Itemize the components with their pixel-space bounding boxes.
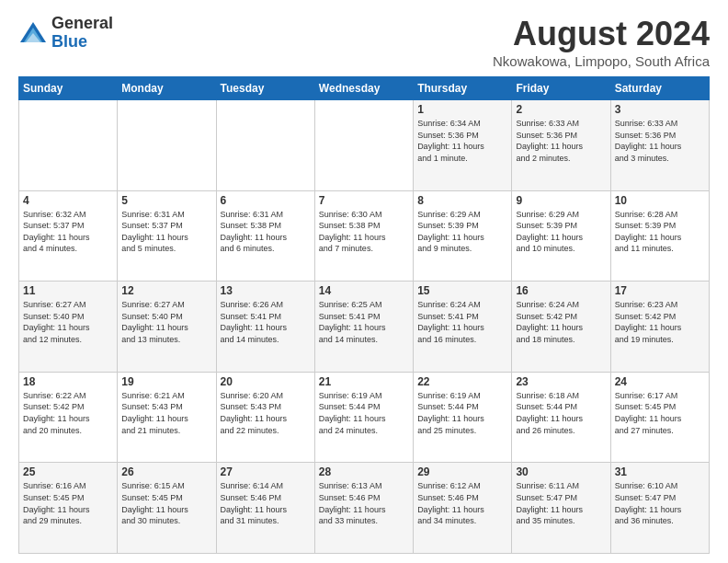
calendar-cell: 9Sunrise: 6:29 AM Sunset: 5:39 PM Daylig…: [512, 190, 610, 282]
day-number: 11: [23, 284, 113, 297]
day-info: Sunrise: 6:12 AM Sunset: 5:46 PM Dayligh…: [417, 480, 507, 526]
day-info: Sunrise: 6:33 AM Sunset: 5:36 PM Dayligh…: [615, 118, 705, 164]
day-info: Sunrise: 6:24 AM Sunset: 5:41 PM Dayligh…: [417, 299, 507, 345]
calendar-cell: 31Sunrise: 6:10 AM Sunset: 5:47 PM Dayli…: [610, 463, 709, 554]
day-number: 10: [615, 194, 705, 207]
calendar-week-3: 11Sunrise: 6:27 AM Sunset: 5:40 PM Dayli…: [19, 282, 710, 373]
day-info: Sunrise: 6:31 AM Sunset: 5:38 PM Dayligh…: [221, 209, 311, 255]
calendar-table: Sunday Monday Tuesday Wednesday Thursday…: [18, 76, 710, 554]
calendar-cell: 25Sunrise: 6:16 AM Sunset: 5:45 PM Dayli…: [19, 463, 118, 554]
col-thursday: Thursday: [414, 77, 512, 100]
day-info: Sunrise: 6:30 AM Sunset: 5:38 PM Dayligh…: [319, 209, 409, 255]
col-wednesday: Wednesday: [314, 77, 413, 100]
day-info: Sunrise: 6:32 AM Sunset: 5:37 PM Dayligh…: [23, 209, 113, 255]
day-number: 31: [615, 465, 705, 478]
calendar-cell: 20Sunrise: 6:20 AM Sunset: 5:43 PM Dayli…: [216, 372, 314, 463]
calendar-week-2: 4Sunrise: 6:32 AM Sunset: 5:37 PM Daylig…: [19, 190, 710, 282]
day-number: 16: [516, 284, 606, 297]
calendar-cell: 29Sunrise: 6:12 AM Sunset: 5:46 PM Dayli…: [414, 463, 512, 554]
day-number: 25: [23, 465, 113, 478]
calendar-header-row: Sunday Monday Tuesday Wednesday Thursday…: [19, 77, 710, 100]
calendar-cell: 26Sunrise: 6:15 AM Sunset: 5:45 PM Dayli…: [118, 463, 216, 554]
header: General Blue August 2024 Nkowakowa, Limp…: [18, 15, 710, 69]
day-info: Sunrise: 6:28 AM Sunset: 5:39 PM Dayligh…: [615, 209, 705, 255]
calendar-cell: 4Sunrise: 6:32 AM Sunset: 5:37 PM Daylig…: [19, 190, 118, 282]
col-sunday: Sunday: [19, 77, 118, 100]
day-info: Sunrise: 6:23 AM Sunset: 5:42 PM Dayligh…: [615, 299, 705, 345]
day-number: 29: [417, 465, 507, 478]
col-tuesday: Tuesday: [216, 77, 314, 100]
calendar-cell: 16Sunrise: 6:24 AM Sunset: 5:42 PM Dayli…: [512, 282, 610, 373]
day-info: Sunrise: 6:33 AM Sunset: 5:36 PM Dayligh…: [516, 118, 606, 164]
day-info: Sunrise: 6:19 AM Sunset: 5:44 PM Dayligh…: [417, 390, 507, 436]
calendar-cell: 30Sunrise: 6:11 AM Sunset: 5:47 PM Dayli…: [512, 463, 610, 554]
calendar-cell: 7Sunrise: 6:30 AM Sunset: 5:38 PM Daylig…: [314, 190, 413, 282]
day-info: Sunrise: 6:20 AM Sunset: 5:43 PM Dayligh…: [221, 390, 311, 436]
day-info: Sunrise: 6:27 AM Sunset: 5:40 PM Dayligh…: [121, 299, 211, 345]
col-saturday: Saturday: [610, 77, 709, 100]
subtitle: Nkowakowa, Limpopo, South Africa: [493, 53, 710, 69]
calendar-cell: [314, 100, 413, 191]
calendar-cell: 24Sunrise: 6:17 AM Sunset: 5:45 PM Dayli…: [610, 372, 709, 463]
day-number: 13: [221, 284, 311, 297]
day-number: 27: [221, 465, 311, 478]
calendar-cell: 23Sunrise: 6:18 AM Sunset: 5:44 PM Dayli…: [512, 372, 610, 463]
calendar-cell: 6Sunrise: 6:31 AM Sunset: 5:38 PM Daylig…: [216, 190, 314, 282]
day-number: 2: [516, 103, 606, 116]
calendar-cell: 8Sunrise: 6:29 AM Sunset: 5:39 PM Daylig…: [414, 190, 512, 282]
calendar-cell: 22Sunrise: 6:19 AM Sunset: 5:44 PM Dayli…: [414, 372, 512, 463]
day-number: 1: [417, 103, 507, 116]
day-info: Sunrise: 6:29 AM Sunset: 5:39 PM Dayligh…: [417, 209, 507, 255]
day-number: 20: [221, 375, 311, 388]
calendar-cell: 13Sunrise: 6:26 AM Sunset: 5:41 PM Dayli…: [216, 282, 314, 373]
calendar-cell: [118, 100, 216, 191]
day-number: 7: [319, 194, 409, 207]
day-number: 22: [417, 375, 507, 388]
calendar-cell: 14Sunrise: 6:25 AM Sunset: 5:41 PM Dayli…: [314, 282, 413, 373]
logo-blue: Blue: [51, 33, 113, 52]
day-number: 15: [417, 284, 507, 297]
logo-general: General: [51, 15, 113, 33]
day-info: Sunrise: 6:18 AM Sunset: 5:44 PM Dayligh…: [516, 390, 606, 436]
day-number: 17: [615, 284, 705, 297]
day-info: Sunrise: 6:34 AM Sunset: 5:36 PM Dayligh…: [417, 118, 507, 164]
day-info: Sunrise: 6:22 AM Sunset: 5:42 PM Dayligh…: [23, 390, 113, 436]
calendar-cell: 19Sunrise: 6:21 AM Sunset: 5:43 PM Dayli…: [118, 372, 216, 463]
main-title: August 2024: [493, 15, 710, 53]
day-info: Sunrise: 6:10 AM Sunset: 5:47 PM Dayligh…: [615, 480, 705, 526]
day-number: 12: [121, 284, 211, 297]
day-number: 9: [516, 194, 606, 207]
logo-text: General Blue: [51, 15, 113, 52]
day-number: 3: [615, 103, 705, 116]
day-number: 14: [319, 284, 409, 297]
day-info: Sunrise: 6:29 AM Sunset: 5:39 PM Dayligh…: [516, 209, 606, 255]
day-number: 18: [23, 375, 113, 388]
calendar-cell: [216, 100, 314, 191]
day-number: 19: [121, 375, 211, 388]
day-number: 4: [23, 194, 113, 207]
logo-icon: [18, 18, 48, 48]
calendar-cell: 17Sunrise: 6:23 AM Sunset: 5:42 PM Dayli…: [610, 282, 709, 373]
day-info: Sunrise: 6:11 AM Sunset: 5:47 PM Dayligh…: [516, 480, 606, 526]
calendar-cell: 3Sunrise: 6:33 AM Sunset: 5:36 PM Daylig…: [610, 100, 709, 191]
col-friday: Friday: [512, 77, 610, 100]
calendar-cell: 27Sunrise: 6:14 AM Sunset: 5:46 PM Dayli…: [216, 463, 314, 554]
day-number: 6: [221, 194, 311, 207]
day-number: 5: [121, 194, 211, 207]
calendar-cell: 1Sunrise: 6:34 AM Sunset: 5:36 PM Daylig…: [414, 100, 512, 191]
calendar-cell: 2Sunrise: 6:33 AM Sunset: 5:36 PM Daylig…: [512, 100, 610, 191]
logo: General Blue: [18, 15, 113, 52]
day-info: Sunrise: 6:14 AM Sunset: 5:46 PM Dayligh…: [221, 480, 311, 526]
page: General Blue August 2024 Nkowakowa, Limp…: [0, 0, 728, 563]
day-info: Sunrise: 6:21 AM Sunset: 5:43 PM Dayligh…: [121, 390, 211, 436]
day-number: 23: [516, 375, 606, 388]
day-info: Sunrise: 6:16 AM Sunset: 5:45 PM Dayligh…: [23, 480, 113, 526]
day-info: Sunrise: 6:25 AM Sunset: 5:41 PM Dayligh…: [319, 299, 409, 345]
calendar-cell: [19, 100, 118, 191]
calendar-cell: 21Sunrise: 6:19 AM Sunset: 5:44 PM Dayli…: [314, 372, 413, 463]
calendar-cell: 15Sunrise: 6:24 AM Sunset: 5:41 PM Dayli…: [414, 282, 512, 373]
day-number: 30: [516, 465, 606, 478]
day-number: 24: [615, 375, 705, 388]
day-info: Sunrise: 6:13 AM Sunset: 5:46 PM Dayligh…: [319, 480, 409, 526]
calendar-week-4: 18Sunrise: 6:22 AM Sunset: 5:42 PM Dayli…: [19, 372, 710, 463]
